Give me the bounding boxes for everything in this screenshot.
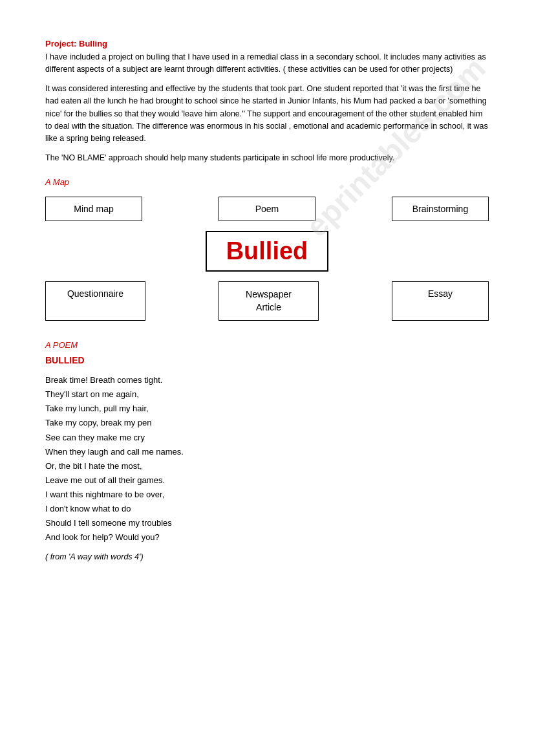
project-section: Project: Bulling I have included a proje… — [45, 39, 489, 164]
noblame-text: The 'NO BLAME' approach should help many… — [45, 152, 489, 164]
poem-line: Or, the bit I hate the most, — [45, 459, 489, 473]
mind-map-container: Mind map Poem Brainstorming Bullied Ques… — [45, 197, 489, 321]
poem-line: Should I tell someone my troubles — [45, 516, 489, 530]
poem-line: Take my lunch, pull my hair, — [45, 402, 489, 416]
poem-line: Leave me out of all their games. — [45, 473, 489, 488]
poem-lines: Break time! Breath comes tight.They'll s… — [45, 373, 489, 545]
map-label: A Map — [45, 177, 489, 187]
poem-line: They'll start on me again, — [45, 387, 489, 402]
bullied-center-box: Bullied — [206, 231, 329, 272]
poem-line: Break time! Breath comes tight. — [45, 373, 489, 387]
questionnaire-box: Questionnaire — [45, 281, 145, 321]
poem-section-label: A POEM — [45, 340, 489, 350]
poem-attribution: ( from 'A way with words 4') — [45, 552, 489, 561]
poem-line: Take my copy, break my pen — [45, 416, 489, 430]
center-row: Bullied — [45, 228, 489, 275]
poem-box: Poem — [219, 197, 315, 221]
poem-section: A POEM BULLIED Break time! Breath comes … — [45, 340, 489, 561]
brainstorming-box: Brainstorming — [392, 197, 489, 221]
mind-map-box: Mind map — [45, 197, 142, 221]
project-label: Project: Bulling — [45, 39, 489, 49]
map-bottom-row: Questionnaire Newspaper Article Essay — [45, 281, 489, 321]
poem-line: When they laugh and call me names. — [45, 445, 489, 459]
map-top-row: Mind map Poem Brainstorming — [45, 197, 489, 221]
poem-line: I don't know what to do — [45, 502, 489, 516]
essay-box: Essay — [392, 281, 489, 321]
newspaper-article-box: Newspaper Article — [219, 281, 319, 321]
poem-line: See can they make me cry — [45, 431, 489, 445]
intro-text-1: I have included a project on bulling tha… — [45, 51, 489, 76]
poem-line: I want this nightmare to be over, — [45, 488, 489, 502]
intro-text-2: It was considered interesting and effect… — [45, 83, 489, 146]
poem-title: BULLIED — [45, 355, 489, 365]
poem-line: And look for help? Would you? — [45, 530, 489, 545]
